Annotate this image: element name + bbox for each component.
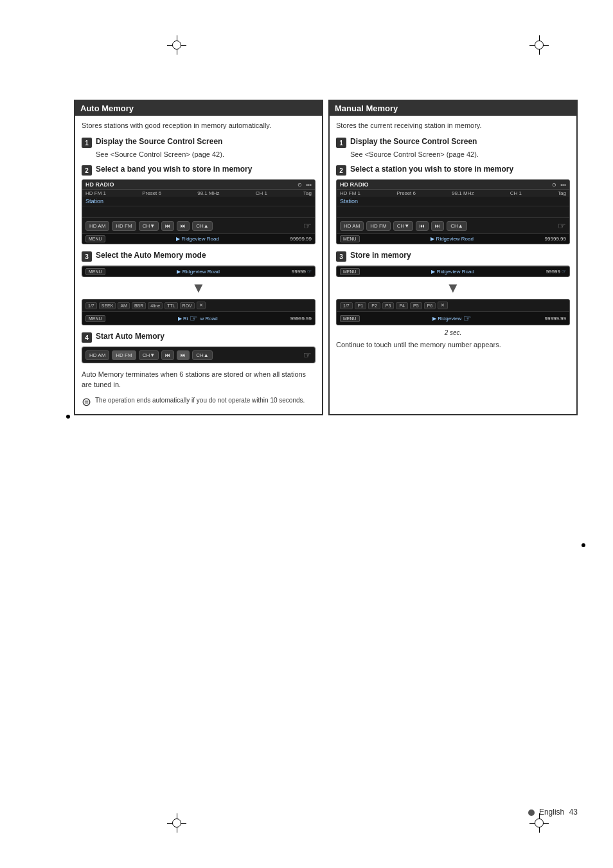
manual-memory-step3: 3 Store in memory MENU ▶ Ridgeview Road … xyxy=(336,251,570,350)
bullet-dot2 xyxy=(582,543,585,547)
btn-hd-am[interactable]: HD AM xyxy=(85,221,109,231)
manual-memory-step1: 1 Display the Source Control Screen See … xyxy=(336,137,570,158)
radio4-controls: HD AM HD FM CH▼ ⏮ ⏭ CH▲ ☞ xyxy=(82,347,315,363)
btn-next[interactable]: ⏭ xyxy=(177,221,190,231)
mbtn-prev[interactable]: ⏮ xyxy=(416,221,429,231)
btn-ch-up[interactable]: CH▲ xyxy=(192,221,212,231)
radio2-bottom-bar: MENU ▶ Ridgeview Road 99999☞ xyxy=(82,266,315,276)
mradio1-icon: ⊙ xyxy=(552,182,556,188)
seek-rov[interactable]: ROV xyxy=(180,302,195,309)
radio1-controls: HD AM HD FM CH▼ ⏮ ⏭ CH▲ ☞ xyxy=(82,218,315,233)
main-content: Auto Memory Stores stations with good re… xyxy=(74,100,578,768)
preset-17[interactable]: 1/7 xyxy=(340,302,353,309)
mbtn-next[interactable]: ⏭ xyxy=(431,221,444,231)
auto-memory-section: Auto Memory Stores stations with good re… xyxy=(74,100,323,415)
menu-btn1[interactable]: MENU xyxy=(85,235,105,242)
btn4-hd-am[interactable]: HD AM xyxy=(85,350,109,360)
step1-num: 1 xyxy=(82,138,92,148)
two-column-layout: Auto Memory Stores stations with good re… xyxy=(74,100,578,415)
btn4-next[interactable]: ⏭ xyxy=(177,350,190,360)
mtouch-icon1: ☞ xyxy=(558,221,566,231)
step4-title: Start Auto Memory xyxy=(96,332,164,342)
mradio1-tag: Tag xyxy=(558,190,566,196)
mstep3-num: 3 xyxy=(336,251,346,262)
radio3-road: ▶ Ri☞w Road xyxy=(178,313,218,323)
radio1-right-info: ⊙ ▪▪▪ xyxy=(298,182,312,188)
mradio1-right-info: ⊙ ▪▪▪ xyxy=(552,182,566,188)
touch-icon2: ☞ xyxy=(190,313,198,323)
preset-x[interactable]: ✕ xyxy=(438,302,448,309)
radio1-station-label: Station xyxy=(82,197,315,206)
manual-memory-header: Manual Memory xyxy=(330,101,576,116)
radio1-icon: ⊙ xyxy=(298,182,302,188)
btn-ch-down[interactable]: CH▼ xyxy=(139,221,159,231)
menu-btn3[interactable]: MENU xyxy=(85,315,105,322)
radio3-freq: 99999.99 xyxy=(290,316,312,321)
preset-p5[interactable]: P5 xyxy=(410,302,422,309)
menu-btn2[interactable]: MENU xyxy=(85,268,105,275)
mradio3-road: ▶ Ridgeview☞ xyxy=(432,313,472,323)
mradio3-freq: 99999.99 xyxy=(545,316,566,321)
auto-memory-step4: 4 Start Auto Memory HD AM HD FM CH▼ ⏮ ⏭ … xyxy=(82,332,315,363)
tip-text: The operation ends automatically if you … xyxy=(95,396,305,405)
step3-title: Select the Auto Memory mode xyxy=(96,251,206,261)
manual-memory-section: Manual Memory Stores the current receivi… xyxy=(328,100,578,415)
mbtn-hd-am[interactable]: HD AM xyxy=(340,221,364,231)
mmenu-btn1[interactable]: MENU xyxy=(340,235,360,242)
mradio3-bottom-bar: MENU ▶ Ridgeview☞ 99999.99 xyxy=(337,311,569,325)
preset-p6[interactable]: P6 xyxy=(424,302,436,309)
auto-memory-radio1: HD RADIO ⊙ ▪▪▪ HD FM 1 Preset 6 98.1 MHz… xyxy=(82,179,315,244)
mradio1-info-row: HD FM 1 Preset 6 98.1 MHz CH 1 Tag xyxy=(337,190,569,197)
auto-memory-tip: ⊜ The operation ends automatically if yo… xyxy=(82,396,315,408)
radio2-freq: 99999☞ xyxy=(292,269,312,275)
radio1-tag: Tag xyxy=(303,190,312,196)
auto-memory-desc: Stores stations with good reception in m… xyxy=(82,121,315,131)
auto-memory-radio3: 1/7 SEEK AM BBR 4line TTL ROV ✕ MENU ▶ R… xyxy=(82,299,315,325)
preset-p1[interactable]: P1 xyxy=(355,302,367,309)
btn4-ch-down[interactable]: CH▼ xyxy=(139,350,159,360)
radio1-title: HD RADIO xyxy=(85,181,114,188)
seek-ttl[interactable]: TTL xyxy=(164,302,177,309)
mbtn-hd-fm[interactable]: HD FM xyxy=(366,221,390,231)
radio1-freq: 98.1 MHz xyxy=(197,190,219,196)
two-sec-label: 2 sec. xyxy=(336,329,570,336)
step2-num: 2 xyxy=(82,165,92,176)
mmenu-btn3[interactable]: MENU xyxy=(340,315,360,322)
registration-mark-tl xyxy=(167,35,186,55)
preset-p2[interactable]: P2 xyxy=(368,302,380,309)
preset-p4[interactable]: P4 xyxy=(396,302,408,309)
seek-bar1: 1/7 SEEK AM BBR 4line TTL ROV ✕ xyxy=(82,300,315,311)
btn-prev[interactable]: ⏮ xyxy=(161,221,174,231)
mbtn-ch-up[interactable]: CH▲ xyxy=(447,221,466,231)
step3-num: 3 xyxy=(82,251,92,262)
mmenu-btn2[interactable]: MENU xyxy=(340,268,360,275)
btn4-ch-up[interactable]: CH▲ xyxy=(192,350,212,360)
btn4-prev[interactable]: ⏮ xyxy=(161,350,174,360)
mstep3-title: Store in memory xyxy=(350,251,411,261)
btn-hd-fm[interactable]: HD FM xyxy=(112,221,136,231)
mradio1-freq: 98.1 MHz xyxy=(452,190,474,196)
seek-seek[interactable]: SEEK xyxy=(99,302,116,309)
auto-memory-radio4: HD AM HD FM CH▼ ⏮ ⏭ CH▲ ☞ xyxy=(82,347,315,363)
seek-bbr[interactable]: BBR xyxy=(132,302,146,309)
seek-17[interactable]: 1/7 xyxy=(85,302,97,309)
seek-am[interactable]: AM xyxy=(118,302,130,309)
radio1-freq2: 99999.99 xyxy=(290,236,312,242)
mstep2-title: Select a station you wish to store in me… xyxy=(350,165,513,175)
manual-memory-radio1: HD RADIO ⊙ ▪▪▪ HD FM 1 Preset 6 98.1 MHz… xyxy=(336,179,570,244)
auto-memory-header: Auto Memory xyxy=(75,101,322,116)
manual-memory-desc: Stores the current receiving station in … xyxy=(336,121,570,131)
manual-memory-radio3: 1/7 P1 P2 P3 P4 P5 P6 ✕ MENU ▶ Ridgeview… xyxy=(336,299,570,325)
mradio2-road: ▶ Ridgeview Road xyxy=(431,269,474,275)
mstep1-sub: See <Source Control Screen> (page 42). xyxy=(350,150,570,158)
mbtn-ch-down[interactable]: CH▼ xyxy=(393,221,413,231)
radio1-bottom-bar: MENU ▶ Ridgeview Road 99999.99 xyxy=(82,233,315,244)
seek-x[interactable]: ✕ xyxy=(197,302,206,309)
mradio1-title: HD RADIO xyxy=(340,181,369,188)
seek-4line[interactable]: 4line xyxy=(148,302,163,309)
btn4-hd-fm[interactable]: HD FM xyxy=(112,350,136,360)
mradio1-station-label: Station xyxy=(337,197,569,206)
preset-p3[interactable]: P3 xyxy=(382,302,395,309)
step1-sub: See <Source Control Screen> (page 42). xyxy=(96,150,315,158)
touch-icon3: ☞ xyxy=(303,350,312,360)
